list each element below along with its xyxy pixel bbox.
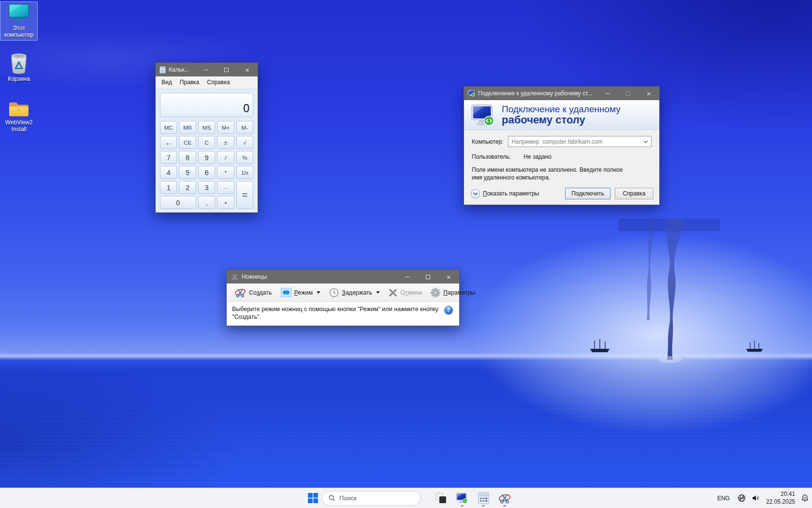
calc-key-negate[interactable]: ±	[217, 136, 234, 149]
dropdown-caret-icon	[317, 291, 320, 294]
window-title: Кальк...	[169, 66, 189, 73]
minimize-button[interactable]	[597, 87, 618, 100]
rdp-body: Компьютер: Например: computer.fabrikam.c…	[464, 130, 659, 205]
menu-view[interactable]: Вид	[158, 77, 176, 87]
calc-key-divide[interactable]: /	[217, 151, 234, 164]
help-button[interactable]: Справка	[615, 188, 653, 199]
snipping-taskbar-icon	[498, 493, 511, 504]
calc-key-mc[interactable]: MC	[160, 121, 177, 134]
delay-button[interactable]: Задержать	[325, 285, 384, 300]
rdp-heading-line1: Подключение к удаленному	[502, 104, 621, 114]
calculator-menubar: Вид Правка Справка	[156, 76, 258, 89]
calc-key-equals[interactable]: =	[236, 181, 253, 209]
rdp-logo-icon	[471, 104, 497, 127]
minimize-button[interactable]	[397, 270, 418, 284]
calc-key-9[interactable]: 9	[198, 151, 215, 164]
close-button[interactable]: ×	[438, 270, 459, 284]
rdp-warning-text: Поле имени компьютера не заполнено. Введ…	[472, 166, 642, 181]
calc-key-sqrt[interactable]: √	[236, 136, 253, 149]
rdp-heading-line2: рабочему столу	[502, 114, 621, 126]
taskbar-app-snipping-tool[interactable]	[494, 489, 515, 508]
calc-key-percent[interactable]: %	[236, 151, 253, 164]
calc-key-decimal[interactable]: ,	[198, 196, 215, 209]
calc-key-2[interactable]: 2	[179, 181, 196, 194]
desktop-icon-webview2-install[interactable]: WebView2 Install	[0, 98, 38, 135]
user-label: Пользователь:	[472, 153, 511, 160]
calc-key-plus[interactable]: +	[217, 196, 234, 209]
clock[interactable]: 20:41 22.05.2025	[766, 491, 795, 506]
mode-button[interactable]: Режим	[277, 285, 325, 300]
calc-key-c[interactable]: C	[198, 136, 215, 149]
maximize-button	[618, 87, 638, 100]
language-indicator[interactable]: ENG	[715, 494, 732, 503]
calc-key-backspace[interactable]: ←	[160, 136, 177, 149]
calc-key-mr[interactable]: MR	[179, 121, 196, 134]
desktop-icon-this-pc[interactable]: Этот компьютер	[0, 1, 38, 41]
new-snip-button[interactable]: Создать	[231, 285, 276, 300]
help-icon[interactable]: ?	[444, 306, 453, 314]
windows-logo-icon	[308, 493, 318, 503]
mode-icon	[281, 288, 291, 297]
calculator-window: Кальк... × Вид Правка Справка 0 MC MR MS…	[155, 62, 258, 213]
snip-titlebar: Ножницы ×	[227, 270, 459, 284]
search-box[interactable]: Поиск	[322, 491, 420, 506]
computer-combobox[interactable]: Например: computer.fabrikam.com	[508, 136, 652, 147]
maximize-button[interactable]	[418, 270, 438, 284]
folder-icon	[8, 100, 30, 118]
calc-key-m-plus[interactable]: M+	[217, 121, 234, 134]
options-button[interactable]: Параметры	[427, 285, 479, 300]
calc-key-6[interactable]: 6	[198, 166, 215, 179]
calc-key-3[interactable]: 3	[198, 181, 215, 194]
sea-texture	[0, 359, 812, 486]
desktop-icon-label: WebView2 Install	[1, 120, 37, 133]
desktop-icon-label: Корзина	[8, 76, 30, 83]
connect-button[interactable]: Подключить	[565, 188, 610, 199]
snip-status-text: Выберите режим ножниц с помощью кнопки "…	[227, 302, 459, 326]
taskbar-app-desktops[interactable]	[430, 489, 451, 508]
calc-key-1[interactable]: 1	[160, 181, 177, 194]
network-globe-icon[interactable]	[738, 494, 746, 502]
calc-key-minus[interactable]: -	[217, 181, 234, 194]
rdp-taskbar-icon	[456, 492, 469, 504]
taskbar-app-rdp[interactable]	[451, 489, 473, 508]
menu-edit[interactable]: Правка	[176, 77, 203, 87]
this-pc-icon	[8, 3, 30, 24]
calc-key-0[interactable]: 0	[160, 196, 196, 209]
rdp-titlebar: Подключение к удаленному рабочему ст... …	[464, 87, 659, 100]
calc-key-reciprocal[interactable]: 1/x	[236, 166, 253, 179]
show-options-toggle[interactable]: Показать параметры	[471, 189, 539, 198]
calc-key-4[interactable]: 4	[160, 166, 177, 179]
calculator-keypad: MC MR MS M+ M- ← CE C ± √ 7 8 9 / % 4 5 …	[160, 121, 253, 209]
calc-key-8[interactable]: 8	[179, 151, 196, 164]
desktop-icon-recycle-bin[interactable]: Корзина	[0, 50, 38, 85]
calc-key-5[interactable]: 5	[179, 166, 196, 179]
snipping-tool-app-icon	[231, 273, 239, 280]
time: 20:41	[766, 491, 795, 498]
volume-icon[interactable]	[752, 494, 760, 502]
taskbar-app-calculator[interactable]	[473, 489, 494, 508]
window-title: Ножницы	[242, 273, 267, 280]
running-indicator	[482, 505, 485, 507]
minimize-button[interactable]	[195, 63, 216, 76]
maximize-button[interactable]	[216, 63, 237, 76]
start-button[interactable]	[304, 490, 322, 507]
notification-bell-icon[interactable]: z	[801, 494, 809, 502]
close-button[interactable]: ×	[638, 87, 659, 100]
user-value: Не задано	[523, 153, 551, 160]
calc-key-ce[interactable]: CE	[179, 136, 196, 149]
chevron-down-icon	[643, 140, 648, 143]
snipping-tool-window: Ножницы × Создать Режим	[226, 269, 460, 326]
menu-help[interactable]: Справка	[203, 77, 233, 87]
close-button[interactable]: ×	[237, 63, 258, 76]
calc-key-7[interactable]: 7	[160, 151, 177, 164]
calc-key-m-minus[interactable]: M-	[236, 121, 253, 134]
calc-key-multiply[interactable]: *	[217, 166, 234, 179]
date: 22.05.2025	[766, 498, 795, 506]
calculator-body: 0 MC MR MS M+ M- ← CE C ± √ 7 8 9 / % 4 …	[156, 89, 258, 212]
taskbar: Поиск	[0, 488, 812, 508]
dropdown-caret-icon	[376, 291, 380, 294]
window-title: Подключение к удаленному рабочему ст...	[478, 90, 592, 97]
rdp-app-icon	[468, 90, 475, 97]
calc-key-ms[interactable]: MS	[198, 121, 215, 134]
running-indicator	[503, 505, 506, 507]
